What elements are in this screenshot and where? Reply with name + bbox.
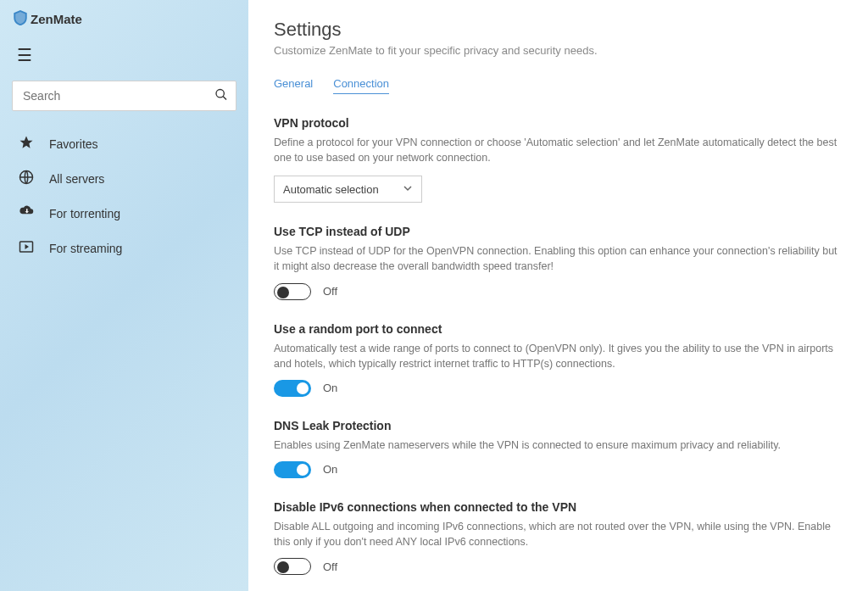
sidebar-item-all-servers[interactable]: All servers [8,161,240,196]
globe-icon [19,170,34,187]
cloud-download-icon [19,204,34,222]
sidebar-item-favorites[interactable]: Favorites [8,126,240,161]
shield-logo-icon [14,10,27,28]
section-desc: Define a protocol for your VPN connectio… [274,135,843,165]
ipv6-toggle[interactable] [274,558,311,575]
chevron-down-icon [403,183,413,196]
dns-toggle-state: On [323,463,337,476]
random-port-toggle[interactable] [274,380,311,397]
sidebar-item-label: For streaming [49,242,122,255]
brand-name: ZenMate [31,12,82,26]
section-desc: Enables using ZenMate nameservers while … [274,438,843,453]
page-subtitle: Customize ZenMate to fit your specific p… [274,44,843,57]
play-rect-icon [19,239,34,257]
protocol-select[interactable]: Automatic selection [274,176,422,203]
random-port-toggle-state: On [323,382,337,394]
sidebar-item-label: For torrenting [49,207,120,220]
section-title: DNS Leak Protection [274,419,843,432]
tab-general[interactable]: General [274,77,313,94]
protocol-selected-value: Automatic selection [283,183,379,196]
tcp-toggle[interactable] [274,283,311,300]
tabs: General Connection [274,77,843,94]
search-input[interactable] [12,81,236,111]
sidebar-item-torrenting[interactable]: For torrenting [8,196,240,231]
section-title: Use a random port to connect [274,322,843,336]
section-title: Disable IPv6 connections when connected … [274,500,843,514]
section-title: VPN protocol [274,116,843,130]
section-dns: DNS Leak Protection Enables using ZenMat… [274,419,843,478]
hamburger-menu-button[interactable]: ☰ [8,40,240,81]
sidebar-item-streaming[interactable]: For streaming [8,231,240,265]
section-desc: Disable ALL outgoing and incoming IPv6 c… [274,519,843,549]
sidebar-item-label: All servers [49,172,104,186]
section-desc: Automatically test a wide range of ports… [274,341,843,371]
section-title: Use TCP instead of UDP [274,225,843,238]
brand: ZenMate [8,8,240,40]
section-ipv6: Disable IPv6 connections when connected … [274,500,843,575]
section-vpn-protocol: VPN protocol Define a protocol for your … [274,116,843,203]
section-random-port: Use a random port to connect Automatical… [274,322,843,397]
main-panel: Settings Customize ZenMate to fit your s… [248,0,868,591]
section-desc: Use TCP instead of UDP for the OpenVPN c… [274,243,843,274]
sidebar-item-label: Favorites [49,137,98,151]
page-title: Settings [274,19,843,41]
sidebar: ZenMate ☰ Favorites All servers For torr… [0,0,248,591]
ipv6-toggle-state: Off [323,560,337,573]
dns-toggle[interactable] [274,461,311,478]
hamburger-icon: ☰ [17,46,32,64]
search-container [8,81,240,111]
tab-connection[interactable]: Connection [333,77,389,94]
section-tcp: Use TCP instead of UDP Use TCP instead o… [274,225,843,299]
tcp-toggle-state: Off [323,285,337,298]
star-icon [19,135,34,153]
